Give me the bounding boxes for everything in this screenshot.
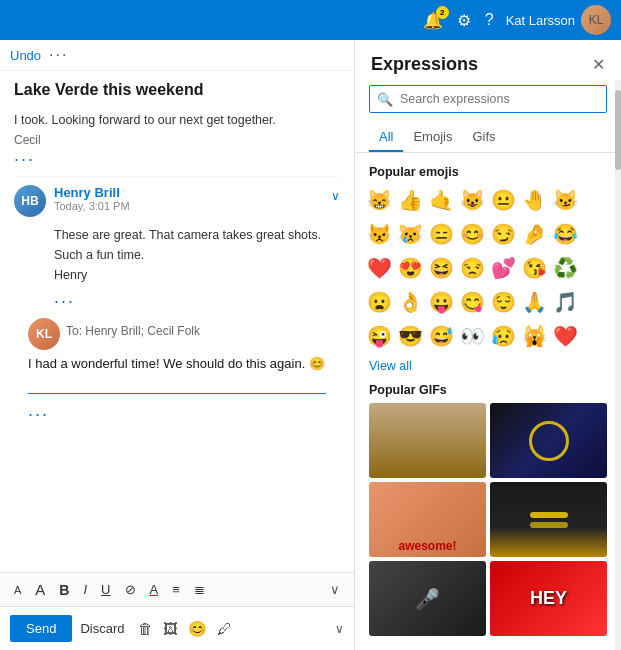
thread-message: I took. Looking forward to our next get … bbox=[14, 105, 340, 177]
popular-gifs-label: Popular GIFs bbox=[369, 383, 607, 397]
bold-button[interactable]: B bbox=[55, 580, 73, 600]
gif-item-3[interactable]: awesome! bbox=[369, 482, 486, 557]
search-box: 🔍 bbox=[369, 85, 607, 113]
emoji-hearteyes[interactable]: 😍 bbox=[396, 253, 425, 283]
emoji-frowning[interactable]: 😦 bbox=[365, 287, 394, 317]
thread-sender: Cecil bbox=[14, 133, 340, 147]
emoji-recycle[interactable]: ♻️ bbox=[551, 253, 580, 283]
henry-meta: Henry Brill Today, 3:01 PM bbox=[54, 185, 323, 212]
send-icons: 🗑 🖼 😊 🖊 bbox=[138, 620, 232, 638]
emoji-pray[interactable]: 🙏 bbox=[520, 287, 549, 317]
format-toolbar: A A B I U ⊘ A ≡ ≣ ∨ bbox=[0, 572, 354, 606]
user-section[interactable]: Kat Larsson KL bbox=[506, 5, 611, 35]
emoji-ok[interactable]: 👌 bbox=[396, 287, 425, 317]
gif-item-4[interactable] bbox=[490, 482, 607, 557]
emoji-yum[interactable]: 😋 bbox=[458, 287, 487, 317]
close-button[interactable]: ✕ bbox=[592, 55, 605, 74]
format-more-button[interactable]: ∨ bbox=[326, 580, 344, 599]
send-button[interactable]: Send bbox=[10, 615, 72, 642]
discard-button[interactable]: Discard bbox=[80, 621, 124, 636]
emoji-grid-row4: 😦 👌 😛 😋 😌 🙏 🎵 bbox=[355, 287, 621, 317]
emoji-relieved[interactable]: 😌 bbox=[489, 287, 518, 317]
emoji-smilecat[interactable]: 😺 bbox=[458, 185, 487, 215]
emoji-neutral[interactable]: 😐 bbox=[489, 185, 518, 215]
avatar: KL bbox=[581, 5, 611, 35]
henry-body: These are great. That camera takes great… bbox=[14, 221, 340, 289]
emoji-crying[interactable]: 😿 bbox=[396, 219, 425, 249]
font-color-button[interactable]: A bbox=[146, 580, 163, 599]
emoji-laugh[interactable]: 😂 bbox=[551, 219, 580, 249]
search-input[interactable] bbox=[369, 85, 607, 113]
gif-item-2[interactable] bbox=[490, 403, 607, 478]
emoji-grid-row1: 😸 👍 🤙 😺 😐 🤚 😼 bbox=[355, 185, 621, 215]
strikethrough-button[interactable]: ⊘ bbox=[121, 580, 140, 599]
font-size-large-button[interactable]: A bbox=[31, 579, 49, 600]
emoji-redheart[interactable]: ❤️ bbox=[551, 321, 580, 351]
emoji-tongue[interactable]: 😛 bbox=[427, 287, 456, 317]
emoji-picker-icon[interactable]: 😊 bbox=[188, 620, 207, 638]
attach-icon[interactable]: 🗑 bbox=[138, 620, 153, 637]
emoji-smile[interactable]: 😊 bbox=[458, 219, 487, 249]
numbered-list-button[interactable]: ≣ bbox=[190, 580, 209, 599]
emoji-pinch[interactable]: 🤌 bbox=[520, 219, 549, 249]
user-name: Kat Larsson bbox=[506, 13, 575, 28]
thread-text: I took. Looking forward to our next get … bbox=[14, 111, 340, 130]
tabs-row: All Emojis Gifs bbox=[355, 123, 621, 153]
expressions-title: Expressions bbox=[371, 54, 478, 75]
to-line: To: Henry Brill; Cecil Folk bbox=[66, 324, 200, 338]
emoji-winkcat[interactable]: 😼 bbox=[551, 185, 580, 215]
emoji-raisedhand[interactable]: 🤚 bbox=[520, 185, 549, 215]
emoji-unamused[interactable]: 😒 bbox=[458, 253, 487, 283]
compose-area[interactable]: I had a wonderful time! We should do thi… bbox=[28, 354, 326, 394]
undo-button[interactable]: Undo bbox=[10, 48, 41, 63]
emoji-pouting[interactable]: 😾 bbox=[365, 219, 394, 249]
emoji-grid-row2: 😾 😿 😑 😊 😏 🤌 😂 bbox=[355, 219, 621, 249]
notification-icon[interactable]: 🔔 2 bbox=[423, 11, 443, 30]
compose-ellipsis[interactable]: ··· bbox=[14, 398, 340, 431]
thread-expand[interactable]: ··· bbox=[14, 149, 340, 170]
send-more-button[interactable]: ∨ bbox=[335, 622, 344, 636]
underline-button[interactable]: U bbox=[97, 580, 114, 599]
henry-time: Today, 3:01 PM bbox=[54, 200, 323, 212]
expressions-header: Expressions ✕ bbox=[355, 40, 621, 85]
henry-message: HB Henry Brill Today, 3:01 PM ∨ These ar… bbox=[14, 177, 340, 312]
tab-emojis[interactable]: Emojis bbox=[403, 123, 462, 152]
henry-avatar: HB bbox=[14, 185, 46, 217]
top-bar-icons: 🔔 2 ⚙ ? bbox=[423, 11, 494, 30]
emoji-twohearts[interactable]: 💕 bbox=[489, 253, 518, 283]
gif-item-6[interactable]: HEY bbox=[490, 561, 607, 636]
italic-button[interactable]: I bbox=[79, 580, 91, 599]
emoji-scared[interactable]: 🙀 bbox=[520, 321, 549, 351]
emoji-wink[interactable]: 😜 bbox=[365, 321, 394, 351]
tab-gifs[interactable]: Gifs bbox=[462, 123, 505, 152]
scrollbar-thumb[interactable] bbox=[615, 90, 621, 170]
emoji-callme[interactable]: 🤙 bbox=[427, 185, 456, 215]
emoji-sunglasses[interactable]: 😎 bbox=[396, 321, 425, 351]
draw-icon[interactable]: 🖊 bbox=[217, 620, 232, 637]
henry-expand-dots[interactable]: ··· bbox=[14, 291, 340, 312]
expand-button[interactable]: ∨ bbox=[331, 189, 340, 203]
gifs-section: Popular GIFs awesome! bbox=[355, 379, 621, 636]
insert-image-icon[interactable]: 🖼 bbox=[163, 620, 178, 637]
emoji-kiss[interactable]: 😘 bbox=[520, 253, 549, 283]
settings-icon[interactable]: ⚙ bbox=[457, 11, 471, 30]
more-options-button[interactable]: ··· bbox=[49, 46, 68, 64]
font-size-small-button[interactable]: A bbox=[10, 582, 25, 598]
gif-item-5[interactable]: 🎤 bbox=[369, 561, 486, 636]
gif-item-1[interactable] bbox=[369, 403, 486, 478]
bullets-button[interactable]: ≡ bbox=[168, 580, 184, 599]
emoji-smirk[interactable]: 😏 bbox=[489, 219, 518, 249]
emoji-heart[interactable]: ❤️ bbox=[365, 253, 394, 283]
emoji-sweat[interactable]: 😅 bbox=[427, 321, 456, 351]
emoji-laughing[interactable]: 😆 bbox=[427, 253, 456, 283]
emoji-expressionless[interactable]: 😑 bbox=[427, 219, 456, 249]
emoji-grincat[interactable]: 😸 bbox=[365, 185, 394, 215]
tab-all[interactable]: All bbox=[369, 123, 403, 152]
emoji-thumbsup[interactable]: 👍 bbox=[396, 185, 425, 215]
scrollbar-track[interactable] bbox=[615, 80, 621, 650]
emoji-sad[interactable]: 😥 bbox=[489, 321, 518, 351]
help-icon[interactable]: ? bbox=[485, 11, 494, 29]
emoji-music[interactable]: 🎵 bbox=[551, 287, 580, 317]
emoji-eyes[interactable]: 👀 bbox=[458, 321, 487, 351]
view-all-link[interactable]: View all bbox=[355, 355, 621, 379]
